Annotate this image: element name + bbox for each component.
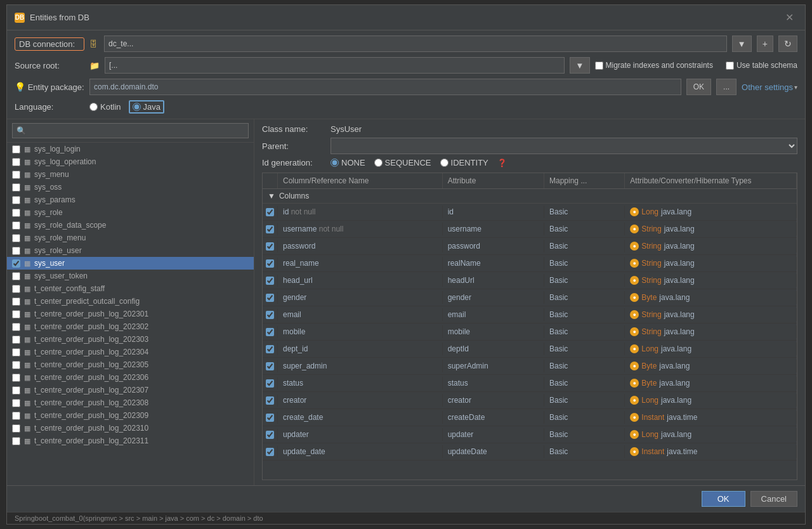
column-row[interactable]: head_url headUrl Basic ● String java.lan… xyxy=(263,272,797,289)
table-checkbox[interactable] xyxy=(12,437,20,445)
table-list-item[interactable]: ▦ t_centre_order_push_log_202303 xyxy=(7,333,254,346)
table-list-item[interactable]: ▦ sys_role xyxy=(7,206,254,219)
id-gen-none-label[interactable]: NONE xyxy=(331,158,365,167)
table-checkbox[interactable] xyxy=(12,234,20,242)
col-checkbox[interactable] xyxy=(266,362,274,370)
entity-package-input[interactable] xyxy=(89,79,681,95)
id-gen-identity-label[interactable]: IDENTITY xyxy=(440,158,488,167)
db-connection-dropdown[interactable]: ▼ xyxy=(732,36,752,52)
col-checkbox[interactable] xyxy=(266,208,274,216)
help-icon[interactable]: ❓ xyxy=(497,159,507,167)
source-root-dropdown[interactable]: ▼ xyxy=(570,57,589,74)
table-list-item[interactable]: ▦ t_centre_order_push_log_202309 xyxy=(7,409,254,422)
add-connection-button[interactable]: + xyxy=(757,36,773,52)
table-checkbox[interactable] xyxy=(12,386,20,395)
source-root-input[interactable] xyxy=(105,57,565,74)
col-checkbox[interactable] xyxy=(266,225,274,233)
table-list-item[interactable]: ▦ sys_role_menu xyxy=(7,232,254,244)
entity-package-ok-button[interactable]: OK xyxy=(686,79,711,95)
other-settings-link[interactable]: Other settings ▾ xyxy=(742,82,797,92)
table-checkbox[interactable] xyxy=(12,272,20,280)
table-list-item[interactable]: ▦ t_centre_order_push_log_202306 xyxy=(7,371,254,384)
table-list-item[interactable]: ▦ sys_user_token xyxy=(7,270,254,282)
col-checkbox[interactable] xyxy=(266,379,274,388)
col-checkbox[interactable] xyxy=(266,414,274,422)
ok-button[interactable]: OK xyxy=(702,491,745,507)
table-checkbox[interactable] xyxy=(12,310,20,318)
table-checkbox[interactable] xyxy=(12,259,20,268)
table-checkbox[interactable] xyxy=(12,361,20,369)
table-checkbox[interactable] xyxy=(12,196,20,204)
col-checkbox[interactable] xyxy=(266,294,274,302)
table-list-item[interactable]: ▦ sys_log_operation xyxy=(7,155,254,168)
col-checkbox[interactable] xyxy=(266,277,274,285)
entity-package-browse-button[interactable]: ... xyxy=(716,79,737,95)
column-row[interactable]: creator creator Basic ● Long java.lang xyxy=(263,392,797,409)
table-checkbox[interactable] xyxy=(12,323,20,331)
table-list-item[interactable]: ▦ sys_log_login xyxy=(7,143,254,155)
column-row[interactable]: username not null username Basic ● Strin… xyxy=(263,221,797,238)
column-row[interactable]: status status Basic ● Byte java.lang xyxy=(263,375,797,392)
column-row[interactable]: mobile mobile Basic ● String java.lang xyxy=(263,323,797,341)
table-checkbox[interactable] xyxy=(12,399,20,407)
col-checkbox[interactable] xyxy=(266,328,274,336)
col-checkbox[interactable] xyxy=(266,431,274,439)
id-gen-sequence-label[interactable]: SEQUENCE xyxy=(374,158,431,167)
col-checkbox[interactable] xyxy=(266,242,274,251)
table-list-item[interactable]: ▦ sys_role_user xyxy=(7,244,254,257)
table-checkbox[interactable] xyxy=(12,209,20,217)
use-table-schema-checkbox[interactable] xyxy=(726,62,734,70)
table-checkbox[interactable] xyxy=(12,183,20,192)
column-row[interactable]: password password Basic ● String java.la… xyxy=(263,238,797,255)
table-checkbox[interactable] xyxy=(12,171,20,179)
col-checkbox[interactable] xyxy=(266,259,274,268)
table-checkbox[interactable] xyxy=(12,374,20,382)
table-list-item[interactable]: ▦ t_centre_order_push_log_202310 xyxy=(7,422,254,434)
table-checkbox[interactable] xyxy=(12,221,20,230)
table-checkbox[interactable] xyxy=(12,412,20,420)
refresh-connection-button[interactable]: ↻ xyxy=(778,36,797,52)
column-row[interactable]: create_date createDate Basic ● Instant j… xyxy=(263,409,797,426)
java-radio-label[interactable]: Java xyxy=(129,100,164,114)
table-list-item[interactable]: ▦ t_centre_order_push_log_202311 xyxy=(7,434,254,447)
columns-group-header[interactable]: ▼ Columns xyxy=(263,189,797,204)
java-radio[interactable] xyxy=(133,103,141,111)
column-row[interactable]: real_name realName Basic ● String java.l… xyxy=(263,255,797,272)
db-connection-input[interactable] xyxy=(104,36,727,52)
table-list-item[interactable]: ▦ t_centre_order_push_log_202304 xyxy=(7,346,254,358)
cancel-button[interactable]: Cancel xyxy=(750,491,797,507)
id-gen-none-radio[interactable] xyxy=(331,159,339,167)
class-name-input[interactable] xyxy=(331,124,797,134)
column-row[interactable]: gender gender Basic ● Byte java.lang xyxy=(263,289,797,306)
kotlin-radio[interactable] xyxy=(89,103,98,111)
table-checkbox[interactable] xyxy=(12,158,20,166)
table-checkbox[interactable] xyxy=(12,145,20,153)
id-gen-identity-radio[interactable] xyxy=(440,159,449,167)
close-button[interactable]: ✕ xyxy=(782,10,797,25)
table-list-item[interactable]: ▦ t_centre_order_push_log_202305 xyxy=(7,358,254,371)
column-row[interactable]: email email Basic ● String java.lang xyxy=(263,306,797,323)
table-list-item[interactable]: ▦ t_centre_order_push_log_202307 xyxy=(7,384,254,396)
column-row[interactable]: super_admin superAdmin Basic ● Byte java… xyxy=(263,358,797,375)
table-checkbox[interactable] xyxy=(12,247,20,255)
id-gen-sequence-radio[interactable] xyxy=(374,159,383,167)
table-list-item[interactable]: ▦ sys_role_data_scope xyxy=(7,219,254,232)
column-row[interactable]: update_date updateDate Basic ● Instant j… xyxy=(263,443,797,460)
col-checkbox[interactable] xyxy=(266,396,274,405)
table-checkbox[interactable] xyxy=(12,285,20,293)
table-checkbox[interactable] xyxy=(12,297,20,306)
kotlin-radio-label[interactable]: Kotlin xyxy=(89,102,121,112)
table-list-item[interactable]: ▦ t_center_config_staff xyxy=(7,282,254,295)
col-checkbox[interactable] xyxy=(266,448,274,456)
col-checkbox[interactable] xyxy=(266,311,274,319)
table-checkbox[interactable] xyxy=(12,348,20,356)
parent-select[interactable] xyxy=(331,138,797,154)
search-input[interactable] xyxy=(12,123,249,138)
column-row[interactable]: dept_id deptId Basic ● Long java.lang xyxy=(263,341,797,358)
table-list-item[interactable]: ▦ t_centre_order_push_log_202301 xyxy=(7,308,254,320)
table-list-item[interactable]: ▦ sys_oss xyxy=(7,181,254,193)
table-list-item[interactable]: ▦ sys_params xyxy=(7,193,254,206)
column-row[interactable]: updater updater Basic ● Long java.lang xyxy=(263,426,797,443)
column-row[interactable]: id not null id Basic ● Long java.lang xyxy=(263,204,797,221)
table-list-item[interactable]: ▦ sys_menu xyxy=(7,168,254,181)
